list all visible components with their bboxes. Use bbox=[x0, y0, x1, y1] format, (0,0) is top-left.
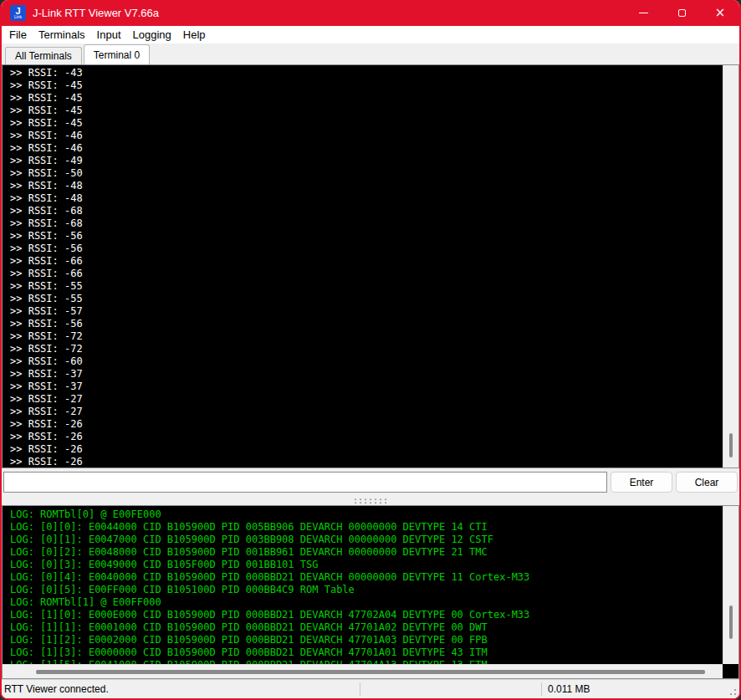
menu-item[interactable]: File bbox=[3, 27, 33, 43]
tab-all-terminals[interactable]: All Terminals bbox=[5, 47, 82, 64]
terminal-line: >> RSSI: -68 bbox=[10, 217, 723, 230]
terminal-line: >> RSSI: -48 bbox=[10, 180, 723, 192]
terminal-pane: >> RSSI: -43>> RSSI: -45>> RSSI: -45>> R… bbox=[2, 64, 739, 468]
terminal-line: >> RSSI: -43 bbox=[10, 67, 723, 79]
terminal-line: >> RSSI: -55 bbox=[10, 293, 723, 305]
menu-item[interactable]: Terminals bbox=[33, 27, 91, 43]
title-bar[interactable]: J Link J-Link RTT Viewer V7.66a × bbox=[2, 0, 739, 26]
close-icon: × bbox=[715, 7, 726, 19]
terminal-line: >> RSSI: -46 bbox=[10, 130, 723, 142]
status-message: RTT Viewer connected. bbox=[2, 683, 360, 695]
log-line: LOG: [1][0]: E000E000 CID B105900D PID 0… bbox=[10, 609, 723, 621]
terminal-line: >> RSSI: -37 bbox=[10, 381, 723, 393]
terminal-line: >> RSSI: -50 bbox=[10, 167, 723, 180]
log-line: LOG: ROMTbl[1] @ E00FF000 bbox=[10, 596, 723, 609]
log-horizontal-scrollbar-thumb[interactable] bbox=[36, 670, 705, 674]
terminal-line: >> RSSI: -45 bbox=[10, 105, 723, 117]
terminal-line: >> RSSI: -26 bbox=[10, 456, 723, 468]
log-line: LOG: ROMTbl[0] @ E00FE000 bbox=[10, 508, 723, 521]
data-size-indicator: 0.011 MB bbox=[542, 683, 590, 695]
window-controls: × bbox=[624, 0, 739, 26]
terminal-line: >> RSSI: -68 bbox=[10, 205, 723, 217]
log-pane: LOG: ROMTbl[0] @ E00FE000LOG: [0][0]: E0… bbox=[2, 505, 739, 679]
terminal-line: >> RSSI: -66 bbox=[10, 255, 723, 268]
terminal-line: >> RSSI: -56 bbox=[10, 318, 723, 330]
log-line: LOG: [0][5]: E00FF000 CID B105100D PID 0… bbox=[10, 584, 723, 596]
scrollbar-corner bbox=[723, 664, 738, 678]
terminal-line: >> RSSI: -26 bbox=[10, 418, 723, 431]
terminal-line: >> RSSI: -46 bbox=[10, 142, 723, 155]
terminal-line: >> RSSI: -48 bbox=[10, 192, 723, 205]
menu-item[interactable]: Logging bbox=[127, 27, 177, 43]
log-vertical-scrollbar[interactable] bbox=[723, 506, 738, 664]
jlink-icon-sub: Link bbox=[14, 15, 22, 19]
menu-item[interactable]: Input bbox=[91, 27, 127, 43]
window-title: J-Link RTT Viewer V7.66a bbox=[33, 7, 159, 19]
log-output[interactable]: LOG: ROMTbl[0] @ E00FE000LOG: [0][0]: E0… bbox=[3, 506, 723, 664]
enter-button[interactable]: Enter bbox=[611, 472, 672, 493]
terminal-scrollbar-thumb[interactable] bbox=[729, 433, 733, 457]
terminal-line: >> RSSI: -27 bbox=[10, 406, 723, 418]
terminal-line: >> RSSI: -45 bbox=[10, 117, 723, 130]
log-line: LOG: [0][3]: E0049000 CID B105F00D PID 0… bbox=[10, 559, 723, 571]
terminal-line: >> RSSI: -66 bbox=[10, 268, 723, 280]
terminal-line: >> RSSI: -55 bbox=[10, 280, 723, 293]
terminal-vertical-scrollbar[interactable] bbox=[723, 65, 738, 468]
log-line: LOG: [1][1]: E0001000 CID B105900D PID 0… bbox=[10, 621, 723, 634]
terminal-line: >> RSSI: -37 bbox=[10, 368, 723, 381]
terminal-line: >> RSSI: -72 bbox=[10, 330, 723, 343]
minimize-icon bbox=[639, 13, 648, 13]
log-line: LOG: [1][3]: E0000000 CID B105900D PID 0… bbox=[10, 646, 723, 659]
log-line: LOG: [0][1]: E0047000 CID B105900D PID 0… bbox=[10, 534, 723, 546]
maximize-button[interactable] bbox=[662, 0, 701, 26]
tab-terminal-0[interactable]: Terminal 0 bbox=[84, 44, 150, 64]
status-separator bbox=[360, 682, 360, 696]
menu-bar: FileTerminalsInputLoggingHelp bbox=[2, 26, 739, 43]
log-vertical-scrollbar-thumb[interactable] bbox=[729, 605, 733, 639]
jlink-app-icon: J Link bbox=[10, 5, 26, 21]
log-line: LOG: [0][4]: E0040000 CID B105900D PID 0… bbox=[10, 571, 723, 584]
log-horizontal-scrollbar[interactable] bbox=[3, 664, 723, 678]
terminal-line: >> RSSI: -56 bbox=[10, 243, 723, 255]
terminal-line: >> RSSI: -57 bbox=[10, 305, 723, 318]
terminal-line: >> RSSI: -60 bbox=[10, 355, 723, 368]
splitter-handle[interactable]: ::::::: bbox=[2, 496, 739, 505]
minimize-button[interactable] bbox=[624, 0, 662, 26]
input-row: Enter Clear bbox=[2, 468, 739, 496]
log-line: LOG: [0][0]: E0044000 CID B105900D PID 0… bbox=[10, 521, 723, 534]
terminal-line: >> RSSI: -45 bbox=[10, 79, 723, 92]
close-button[interactable]: × bbox=[701, 0, 739, 26]
terminal-line: >> RSSI: -72 bbox=[10, 343, 723, 355]
log-line: LOG: [1][2]: E0002000 CID B105900D PID 0… bbox=[10, 634, 723, 646]
clear-button[interactable]: Clear bbox=[676, 472, 738, 493]
terminal-line: >> RSSI: -26 bbox=[10, 431, 723, 443]
terminal-input[interactable] bbox=[3, 472, 607, 493]
log-line: LOG: [0][2]: E0048000 CID B105900D PID 0… bbox=[10, 546, 723, 559]
terminal-output[interactable]: >> RSSI: -43>> RSSI: -45>> RSSI: -45>> R… bbox=[3, 65, 723, 468]
terminal-line: >> RSSI: -26 bbox=[10, 443, 723, 456]
terminal-line: >> RSSI: -49 bbox=[10, 155, 723, 167]
tab-bar: All Terminals Terminal 0 bbox=[2, 43, 739, 64]
jlink-rtt-viewer-window: J Link J-Link RTT Viewer V7.66a × FileTe… bbox=[0, 0, 741, 700]
terminal-line: >> RSSI: -45 bbox=[10, 92, 723, 105]
resize-grip[interactable] bbox=[734, 693, 736, 695]
status-bar: RTT Viewer connected. 0.011 MB bbox=[2, 679, 739, 698]
terminal-line: >> RSSI: -56 bbox=[10, 230, 723, 243]
terminal-line: >> RSSI: -27 bbox=[10, 393, 723, 406]
menu-item[interactable]: Help bbox=[177, 27, 212, 43]
splitter-grip-icon: ::::::: bbox=[353, 498, 388, 503]
maximize-icon bbox=[678, 9, 686, 17]
